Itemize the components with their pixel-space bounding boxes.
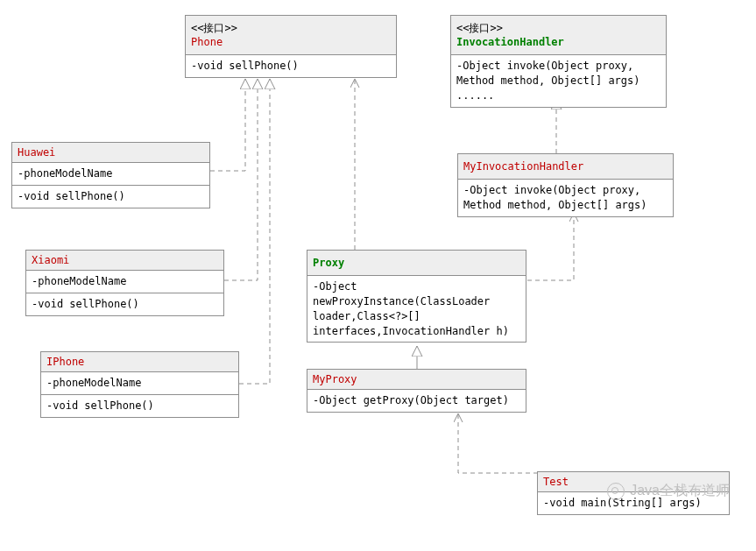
attributes: -phoneModelName bbox=[41, 372, 238, 395]
class-name: IPhone bbox=[46, 355, 233, 369]
class-my-invocation-handler: MyInvocationHandler -Object invoke(Objec… bbox=[457, 153, 674, 217]
class-name: Xiaomi bbox=[32, 253, 218, 267]
operations: -Object invoke(Object proxy, Method meth… bbox=[451, 55, 666, 106]
operations: -Object getProxy(Object target) bbox=[307, 390, 526, 412]
operations: -void sellPhone() bbox=[12, 186, 209, 208]
stereotype: <<接口>> bbox=[191, 21, 391, 35]
class-name: MyProxy bbox=[313, 372, 520, 386]
operations: -void sellPhone() bbox=[186, 55, 396, 77]
class-title: IPhone bbox=[41, 352, 238, 372]
class-name: Test bbox=[543, 475, 724, 489]
class-xiaomi: Xiaomi -phoneModelName -void sellPhone() bbox=[25, 250, 224, 316]
operations: -void sellPhone() bbox=[26, 293, 223, 315]
operations: -Object newProxyInstance(ClassLoader loa… bbox=[307, 276, 526, 342]
attributes: -phoneModelName bbox=[12, 163, 209, 186]
uml-canvas: <<接口>> Phone -void sellPhone() <<接口>> In… bbox=[0, 0, 756, 551]
class-huawei: Huawei -phoneModelName -void sellPhone() bbox=[11, 142, 210, 208]
class-phone: <<接口>> Phone -void sellPhone() bbox=[185, 15, 397, 78]
operations: -Object invoke(Object proxy, Method meth… bbox=[458, 180, 673, 216]
class-test: Test -void main(String[] args) bbox=[537, 471, 730, 515]
class-title: <<接口>> Phone bbox=[186, 16, 396, 55]
operations: -void main(String[] args) bbox=[538, 492, 729, 514]
class-name: InvocationHandler bbox=[456, 35, 661, 49]
class-my-proxy: MyProxy -Object getProxy(Object target) bbox=[307, 369, 526, 413]
class-iphone: IPhone -phoneModelName -void sellPhone() bbox=[40, 351, 239, 418]
operations: -void sellPhone() bbox=[41, 395, 238, 417]
attributes: -phoneModelName bbox=[26, 271, 223, 293]
class-title: <<接口>> InvocationHandler bbox=[451, 16, 666, 55]
class-title: Proxy bbox=[307, 251, 526, 276]
class-name: Proxy bbox=[313, 256, 520, 270]
stereotype: <<接口>> bbox=[456, 21, 661, 35]
class-name: Huawei bbox=[18, 145, 204, 159]
class-title: MyInvocationHandler bbox=[458, 154, 673, 180]
class-title: Xiaomi bbox=[26, 251, 223, 271]
class-title: Huawei bbox=[12, 143, 209, 163]
class-invocation-handler: <<接口>> InvocationHandler -Object invoke(… bbox=[450, 15, 667, 108]
class-proxy: Proxy -Object newProxyInstance(ClassLoad… bbox=[307, 250, 526, 343]
class-title: MyProxy bbox=[307, 370, 526, 390]
class-name: MyInvocationHandler bbox=[463, 159, 668, 173]
class-title: Test bbox=[538, 472, 729, 492]
class-name: Phone bbox=[191, 35, 391, 49]
